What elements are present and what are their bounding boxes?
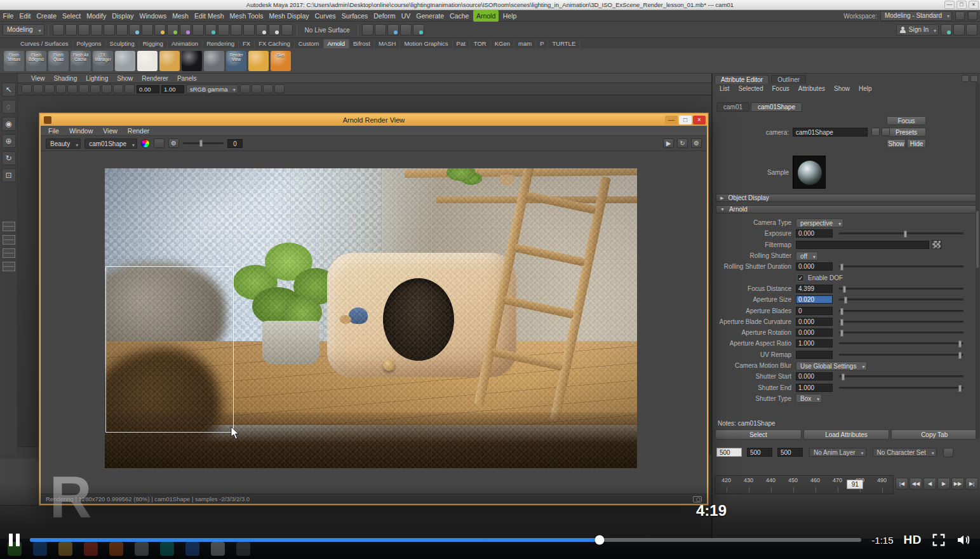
slider-handle[interactable] [904,231,907,238]
shelf-tab[interactable]: Arnold [324,39,349,48]
color-management-icon[interactable] [141,139,150,148]
slider-handle[interactable] [840,330,843,337]
slider-handle[interactable] [840,264,843,271]
hd-quality-button[interactable]: HD [904,533,922,547]
attribute-section-header[interactable]: Object Display [716,194,976,202]
ae-footer-button[interactable]: Copy Tab [891,429,977,440]
slider-handle[interactable] [958,352,962,359]
menu-item[interactable]: Generate [413,10,447,22]
slider[interactable] [839,288,963,290]
panel-menu-item[interactable]: Shading [50,75,82,82]
outputs-from-selected-icon[interactable] [231,24,242,36]
step-back-button[interactable]: ◀◀ [910,478,922,490]
anim-layer-dropdown[interactable]: No Anim Layer [809,448,866,457]
menu-set-dropdown[interactable]: Modeling [3,24,44,36]
menu-item[interactable]: Mesh [170,10,192,22]
debug-shading-slider[interactable] [183,142,224,144]
open-scene-icon[interactable] [65,24,77,36]
slider[interactable] [839,342,963,344]
menu-item[interactable]: Edit [17,10,34,22]
new-scene-icon[interactable] [53,24,64,36]
slider-handle[interactable] [840,319,843,326]
render-view-close-button[interactable]: × [693,116,706,125]
value-field[interactable]: 0.000 [796,229,833,238]
move-tool[interactable]: ⊕ [2,134,16,148]
shader-ball-icon[interactable] [115,51,135,71]
make-live-icon[interactable] [205,24,217,36]
render-settings-gear-icon[interactable]: ⚙ [691,138,702,148]
slider[interactable] [839,266,963,267]
hypershade-layout[interactable] [3,262,15,271]
film-gate-icon[interactable] [113,84,123,93]
ae-footer-button[interactable]: Load Attributes [803,429,890,440]
render-view-menu-item[interactable]: Window [64,127,98,135]
start-render-icon[interactable]: ▶ [663,138,674,148]
value-field[interactable]: 0.020 [796,295,833,304]
rotate-tool[interactable]: ↻ [2,151,16,165]
scrollbar[interactable] [976,83,979,438]
render-view-titlebar[interactable]: Arnold Render View — □ × [41,114,707,126]
arnold-light-icon[interactable] [248,51,269,71]
display-settings-gear-icon[interactable]: ⚙ [168,138,179,148]
render-view-maximize-button[interactable]: □ [679,116,692,125]
shelf-tab[interactable]: FX [239,39,255,48]
panel-expand-icon[interactable] [962,75,969,82]
debug-value-field[interactable]: 0 [227,139,243,148]
slider[interactable] [839,321,963,323]
value-field[interactable]: 0 [796,307,833,315]
texture-ball-icon[interactable] [159,51,180,71]
value-field[interactable]: 4.399 [796,285,833,293]
shelf-tab[interactable]: Polygons [73,39,106,48]
slider-handle[interactable] [958,340,962,347]
hide-button[interactable]: Hide [907,139,926,148]
menu-item[interactable]: Help [500,10,520,22]
value-field[interactable] [796,351,833,359]
grid-icon[interactable] [102,84,112,93]
slider[interactable] [839,375,963,377]
map-field[interactable] [796,241,929,249]
snapshot-icon[interactable] [154,138,164,148]
panel-menu-item[interactable]: Renderer [137,75,173,82]
camera-connect-icon[interactable] [871,128,880,136]
value-field[interactable]: 0.000 [796,262,833,271]
node-tab[interactable]: cam01 [716,102,749,112]
shelf-tab[interactable]: Motion Graphics [400,39,452,48]
slider[interactable] [839,387,963,389]
camera-icon[interactable] [693,496,702,502]
dropdown[interactable]: perspective [796,219,843,227]
resolution-gate-icon[interactable] [124,84,135,93]
sign-in-dropdown[interactable]: Sign In [896,24,939,36]
shelf-tab[interactable]: Pat [453,39,470,48]
shelf-tab[interactable]: P [536,39,548,48]
close-button[interactable]: × [969,1,979,9]
menu-item[interactable]: Mesh Tools [227,10,266,22]
volume-icon[interactable] [956,532,971,548]
menu-item[interactable]: Cache [447,10,472,22]
bookmark-icon[interactable] [56,84,66,93]
snap-view-plane-icon[interactable] [192,24,204,36]
snap-grid-icon[interactable] [154,24,166,36]
menu-item[interactable]: Mesh Display [266,10,312,22]
two-d-pan-zoom-icon[interactable] [79,84,89,93]
construction-history-icon[interactable] [243,24,255,36]
current-frame-field[interactable]: 91 [847,480,863,489]
shelf-tab[interactable]: FX Caching [255,39,295,48]
shelf-tab[interactable]: TOR [470,39,491,48]
gamma-field[interactable]: 1.00 [161,85,184,93]
pause-button[interactable] [9,534,20,546]
shelf-tab[interactable]: Rigging [139,39,168,48]
video-progress-knob[interactable] [594,535,604,545]
character-set-dropdown[interactable]: No Character Set [873,448,937,457]
shelf-tab[interactable]: Curves / Surfaces [17,39,73,48]
slider-handle[interactable] [840,308,843,315]
inputs-to-selected-icon[interactable] [218,24,229,36]
shelf-tab[interactable]: MASH [375,39,400,48]
node-tab[interactable]: cam01Shape [751,102,802,112]
select-camera-icon[interactable] [22,84,32,93]
save-scene-icon[interactable] [78,24,90,36]
lasso-tool[interactable]: ◌ [2,100,16,114]
play-forwards-button[interactable]: ▶ [937,478,950,490]
shelf-tab[interactable]: Bifrost [349,39,375,48]
window-titlebar[interactable]: Autodesk Maya 2017: C:\Users\admin\Deskt… [0,0,980,10]
dropdown[interactable]: Use Global Settings [796,361,867,370]
